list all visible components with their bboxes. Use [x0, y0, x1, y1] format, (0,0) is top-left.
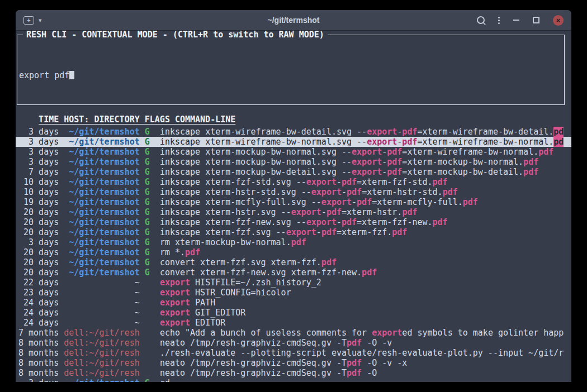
row-time: 8 months [18, 368, 59, 378]
history-row[interactable]: 10 days ~/git/termshot G inkscape xterm-… [16, 177, 571, 187]
match-segment: export [160, 278, 190, 288]
row-host: ~/git/termshot [59, 257, 140, 267]
row-host: ~ [59, 288, 140, 298]
match-segment: pdf [342, 177, 357, 187]
history-row[interactable]: 24 days ~ export EDITOR [16, 318, 571, 328]
cmd-segment: inkscape xterm-mockup-bw-normal.svg -- [160, 147, 352, 157]
match-segment: pdf [443, 187, 458, 197]
restore-button[interactable] [533, 17, 539, 23]
menu-button[interactable] [498, 20, 500, 21]
cmd-segment: - [337, 177, 342, 187]
history-row[interactable]: 3 days ~/git/termshot G cd [16, 378, 571, 382]
row-flags [140, 308, 160, 318]
match-segment: pdf [347, 338, 362, 348]
history-row[interactable]: 3 days ~/git/termshot G inkscape xterm-m… [16, 157, 571, 167]
history-row[interactable]: 20 days ~/git/termshot G inkscape xterm-… [16, 207, 571, 217]
row-command: ./resh-evaluate --plotting-script evalua… [160, 348, 564, 358]
row-host: ~/git/termshot [59, 147, 140, 157]
history-row[interactable]: 19 days ~/git/termshot G inkscape xterm-… [16, 197, 571, 207]
history-row[interactable]: 7 days ~/git/termshot G inkscape xterm-m… [16, 167, 571, 177]
row-time: 8 months [18, 338, 59, 348]
history-row[interactable]: 20 days ~/git/termshot G convert xterm-f… [16, 267, 571, 278]
history-row[interactable]: 20 days ~/git/termshot G inkscape xterm-… [16, 227, 571, 237]
row-flags [140, 328, 160, 338]
history-row[interactable]: 22 days ~ export HISTFILE=~/.zsh_history… [16, 278, 571, 288]
titlebar: + ▾ ~/git/termshot [16, 10, 571, 31]
cmd-segment: inkscape xterm-mcfly-full.svg -- [160, 197, 321, 207]
match-segment: pdf [538, 147, 553, 157]
history-row[interactable]: 20 days ~/git/termshot G convert xterm-f… [16, 257, 571, 267]
history-row[interactable]: 20 days ~/git/termshot G inkscape xterm-… [16, 217, 571, 227]
row-command: convert xterm-fzf-new.svg xterm-fzf-new.… [160, 267, 377, 278]
tab-dropdown-button[interactable]: ▾ [39, 17, 42, 24]
row-flags: G [140, 167, 160, 177]
cmd-segment: - [397, 137, 402, 147]
row-command: inkscape xterm-fzf-new.svg --export-pdf=… [160, 217, 448, 227]
history-row[interactable]: 3 days ~/git/termshot G inkscape xterm-w… [16, 127, 571, 137]
match-segment: export [160, 318, 190, 328]
cmd-segment: inkscape xterm-fzf.svg -- [160, 227, 286, 237]
match-segment: pdf [362, 267, 377, 278]
row-time: 3 days [18, 137, 59, 147]
row-command: export HISTFILE=~/.zsh_history_2 [160, 278, 321, 288]
screenshot-frame: + ▾ ~/git/termshot [0, 0, 587, 392]
history-row[interactable]: 24 days ~ export GIT_EDITOR [16, 308, 571, 318]
cmd-segment: convert xterm-fzf-new.svg xterm-fzf-new. [160, 267, 362, 278]
row-command: cd [160, 378, 170, 382]
history-row[interactable]: 23 days ~ export HSTR_CONFIG=hicolor [16, 288, 571, 298]
cmd-segment: GIT_EDITOR [190, 308, 245, 318]
row-time: 7 days [18, 167, 59, 177]
history-row[interactable]: 8 months dell:~/git/resh neato /tmp/resh… [16, 368, 571, 378]
match-segment: pdf [342, 217, 357, 227]
row-time: 10 days [18, 177, 59, 187]
history-row[interactable]: 10 days ~/git/termshot G inkscape xterm-… [16, 187, 571, 197]
match-segment: pd [553, 127, 564, 137]
row-flags [140, 338, 160, 348]
cmd-segment: -O -v [362, 338, 392, 348]
match-segment: pdf [402, 127, 417, 137]
minimize-button[interactable] [513, 20, 519, 21]
history-row[interactable]: 8 months dell:~/git/resh neato /tmp/resh… [16, 358, 571, 368]
cmd-segment: - [337, 217, 342, 227]
cmd-segment: cd [160, 378, 170, 382]
history-row[interactable]: 8 months dell:~/git/resh ./resh-evaluate… [16, 348, 571, 358]
row-time: 20 days [18, 257, 59, 267]
match-segment: pdf [433, 177, 448, 187]
search-button[interactable] [477, 16, 485, 24]
match-segment: pdf [392, 227, 407, 237]
cmd-segment: - [352, 197, 357, 207]
row-host: ~/git/termshot [59, 217, 140, 227]
new-tab-button[interactable]: + [23, 16, 34, 25]
cmd-segment: -O -v -x [362, 358, 407, 368]
row-time: 24 days [18, 318, 59, 328]
row-host: ~/git/termshot [59, 237, 140, 247]
search-input[interactable]: export pdf [19, 70, 562, 80]
cmd-segment: - [382, 167, 387, 177]
row-time: 24 days [18, 298, 59, 308]
history-row[interactable]: 20 days ~/git/termshot G rm *.pdf [16, 247, 571, 257]
search-icon [477, 16, 485, 24]
cmd-segment: neato /tmp/resh-graphviz-cmdSeq.gv -T [160, 338, 347, 348]
row-flags: G [140, 137, 160, 147]
match-segment: pdf [387, 157, 402, 167]
row-time: 20 days [18, 207, 59, 217]
match-segment: pdf [321, 257, 337, 267]
history-row[interactable]: 3 days ~/git/termshot G inkscape xterm-m… [16, 147, 571, 157]
row-command: convert xterm-fzf.svg xterm-fzf.pdf [160, 257, 337, 267]
close-button[interactable]: × [553, 15, 564, 26]
history-row[interactable]: 3 days ~/git/termshot G rm xterm-mockup-… [16, 237, 571, 247]
terminal-window: + ▾ ~/git/termshot [16, 10, 571, 382]
history-row[interactable]: 7 months dell:~/git/resh echo "Add a bun… [16, 328, 571, 338]
cmd-segment: PATH [190, 298, 215, 308]
cmd-segment: =xterm-wireframe-bw-detail. [417, 127, 553, 137]
row-time: 3 days [18, 237, 59, 247]
row-time: 22 days [18, 278, 59, 288]
history-row[interactable]: 3 days ~/git/termshot G inkscape xterm-w… [16, 137, 571, 147]
history-row[interactable]: 8 months dell:~/git/resh neato /tmp/resh… [16, 338, 571, 348]
row-command: inkscape xterm-mockup-bw-normal.svg --ex… [160, 147, 553, 157]
row-flags: G [140, 247, 160, 257]
row-host: dell:~/git/resh [59, 358, 140, 368]
match-segment: pdf [402, 207, 417, 217]
cmd-segment: - [382, 147, 387, 157]
history-row[interactable]: 24 days ~ export PATH [16, 298, 571, 308]
